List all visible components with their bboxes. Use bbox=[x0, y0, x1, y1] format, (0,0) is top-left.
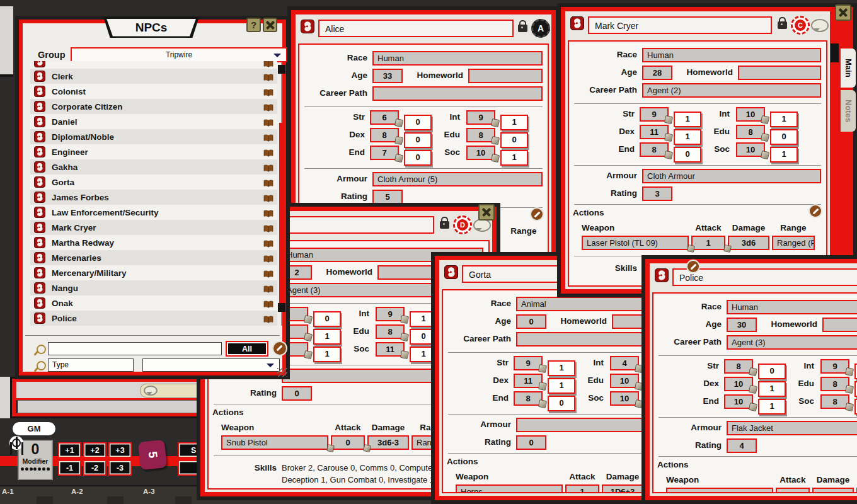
gem-icon[interactable] bbox=[845, 385, 854, 394]
age-field[interactable]: 33 bbox=[372, 69, 403, 83]
d6-die[interactable]: 5 bbox=[138, 440, 167, 470]
gem-icon[interactable] bbox=[538, 399, 547, 408]
gem-icon[interactable] bbox=[326, 444, 335, 452]
close-button[interactable] bbox=[478, 204, 495, 220]
chat-bubble-icon[interactable] bbox=[473, 219, 491, 232]
weapon-attack-field[interactable]: 1 bbox=[691, 236, 725, 250]
modifier-minus3-button[interactable]: -3 bbox=[108, 460, 132, 476]
name-field[interactable]: Police bbox=[672, 268, 857, 286]
book-link-icon[interactable] bbox=[263, 148, 273, 156]
career-path-field[interactable]: Agent (2) bbox=[642, 83, 821, 98]
stat-mod[interactable]: 0 bbox=[674, 147, 701, 163]
list-item[interactable]: Nangu bbox=[30, 280, 277, 295]
actions-edit-button[interactable] bbox=[530, 207, 544, 221]
list-item[interactable]: Corporate Citizen bbox=[30, 99, 277, 114]
armour-field[interactable]: Flak Jacket bbox=[727, 421, 857, 435]
list-item[interactable]: Clerk bbox=[30, 69, 277, 84]
gem-icon[interactable] bbox=[394, 136, 403, 145]
group-dropdown[interactable]: Tripwire bbox=[71, 47, 287, 62]
list-item[interactable]: Police bbox=[30, 311, 277, 326]
close-button[interactable] bbox=[835, 4, 851, 21]
hotkey-tab[interactable]: A-1 bbox=[2, 488, 14, 495]
gem-icon[interactable] bbox=[749, 385, 757, 394]
book-link-icon[interactable] bbox=[263, 314, 273, 322]
stat-mod[interactable]: 0 bbox=[404, 115, 432, 130]
age-field[interactable]: 28 bbox=[642, 66, 672, 80]
book-link-icon[interactable] bbox=[263, 163, 273, 171]
weapon-range-field[interactable]: Ranged (Pi bbox=[772, 236, 815, 250]
weapon-name-field[interactable]: Horns bbox=[456, 484, 563, 493]
npc-edit-button[interactable] bbox=[272, 341, 287, 356]
list-item[interactable]: Colonist bbox=[30, 84, 277, 99]
rating-field[interactable]: 5 bbox=[372, 190, 403, 204]
stat-mod[interactable] bbox=[854, 364, 857, 379]
armour-field[interactable]: Cloth Armour bbox=[642, 169, 821, 183]
career-path-field[interactable] bbox=[372, 86, 543, 101]
weapon-damage-field[interactable]: 3d6-3 bbox=[367, 435, 409, 450]
tab-notes[interactable]: Notes bbox=[841, 90, 856, 132]
gem-icon[interactable] bbox=[845, 367, 854, 376]
gem-icon[interactable] bbox=[664, 133, 673, 142]
gem-icon[interactable] bbox=[749, 403, 757, 411]
lock-icon[interactable] bbox=[778, 21, 787, 29]
book-link-icon[interactable] bbox=[263, 88, 273, 95]
book-link-icon[interactable] bbox=[263, 193, 273, 201]
stat-mod[interactable]: 0 bbox=[770, 129, 798, 145]
tab-main[interactable]: Main bbox=[841, 49, 856, 88]
scrollbar-thumb[interactable] bbox=[831, 43, 839, 62]
stat-mod[interactable]: 1 bbox=[548, 360, 575, 376]
weapon-name-field[interactable]: Laser Pistol (TL 09) bbox=[582, 236, 689, 250]
chat-bubble-icon[interactable] bbox=[811, 19, 829, 32]
stat-mod[interactable]: 1 bbox=[758, 399, 786, 415]
gem-icon[interactable] bbox=[723, 244, 732, 253]
gem-icon[interactable] bbox=[304, 333, 313, 341]
modifier-plus2-button[interactable]: +2 bbox=[83, 442, 106, 458]
gem-icon[interactable] bbox=[491, 136, 500, 145]
filter-category-dropdown[interactable] bbox=[142, 358, 280, 372]
gem-icon[interactable] bbox=[363, 444, 371, 452]
gem-icon[interactable] bbox=[687, 244, 695, 253]
stat-mod[interactable]: 1 bbox=[758, 381, 786, 397]
npcs-window[interactable]: Group Tripwire ClerkColonistCorporate Ci… bbox=[15, 16, 290, 379]
character-token[interactable]: C bbox=[791, 16, 810, 35]
stat-mod[interactable]: 1 bbox=[500, 115, 528, 130]
weapon-attack-field[interactable]: 1 bbox=[565, 484, 599, 493]
book-link-icon[interactable] bbox=[263, 72, 273, 80]
list-item[interactable] bbox=[30, 61, 277, 69]
edit-pencil-button[interactable] bbox=[686, 260, 700, 273]
weapon-name-field[interactable]: Snub Pistol bbox=[221, 435, 328, 450]
armour-field[interactable]: Cloth Armour (5) bbox=[372, 172, 543, 186]
gem-icon[interactable] bbox=[749, 367, 757, 376]
scrollbar-thumb[interactable] bbox=[278, 65, 285, 74]
modifier-minus2-button[interactable]: -2 bbox=[83, 460, 106, 476]
lock-icon[interactable] bbox=[518, 25, 527, 32]
gem-icon[interactable] bbox=[538, 364, 547, 373]
gem-icon[interactable] bbox=[394, 118, 403, 127]
chat-entry-input[interactable] bbox=[16, 400, 212, 413]
book-link-icon[interactable] bbox=[263, 299, 273, 307]
book-link-icon[interactable] bbox=[263, 224, 273, 231]
hotkey-slot[interactable] bbox=[37, 496, 53, 504]
hotkey-tab[interactable]: A-2 bbox=[71, 488, 83, 495]
stat-mod[interactable]: 1 bbox=[770, 147, 798, 163]
character-token[interactable]: A bbox=[531, 19, 550, 38]
stat-mod[interactable]: 1 bbox=[313, 329, 341, 345]
gem-icon[interactable] bbox=[664, 115, 673, 124]
search-input[interactable] bbox=[48, 342, 222, 355]
list-item[interactable]: Engineer bbox=[30, 144, 277, 159]
gem-icon[interactable] bbox=[538, 382, 547, 391]
rating-field[interactable]: 3 bbox=[642, 186, 672, 201]
close-button[interactable] bbox=[263, 18, 277, 32]
list-item[interactable]: James Forbes bbox=[30, 190, 277, 205]
name-field[interactable]: Mark Cryer bbox=[588, 16, 772, 34]
homeworld-field[interactable] bbox=[822, 318, 857, 332]
stat-mod[interactable]: 1 bbox=[770, 112, 798, 127]
character-token[interactable]: D bbox=[453, 215, 472, 234]
stat-mod[interactable]: 0 bbox=[404, 132, 432, 148]
stat-mod[interactable] bbox=[854, 381, 857, 397]
police-sheet-window[interactable]: PoliceRaceHumanAge30HomeworldCareer Path… bbox=[641, 255, 857, 504]
weapon-damage-field[interactable]: 1d6 bbox=[812, 488, 854, 493]
gem-icon[interactable] bbox=[491, 154, 500, 163]
gem-icon[interactable] bbox=[304, 350, 313, 359]
stat-mod[interactable]: 0 bbox=[500, 132, 528, 148]
